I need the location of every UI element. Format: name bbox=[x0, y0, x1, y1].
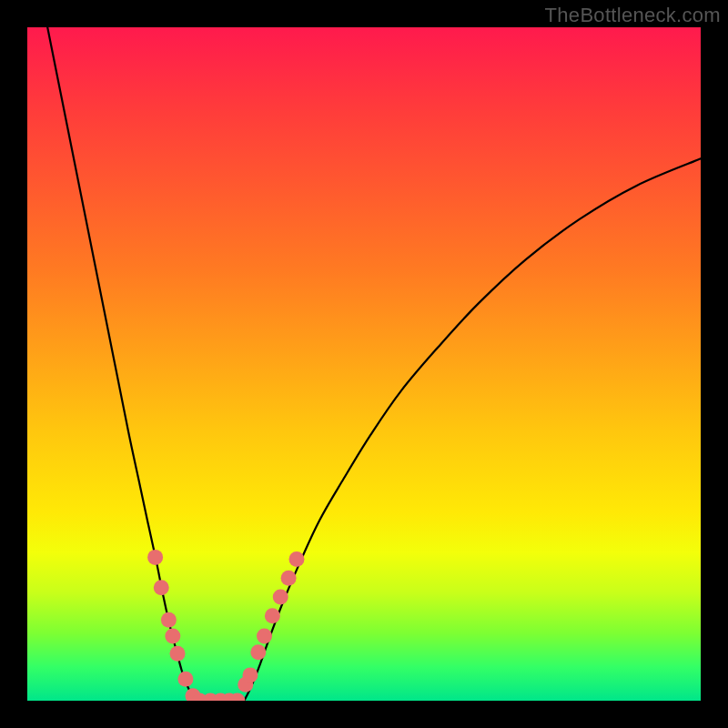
highlight-dot bbox=[250, 644, 266, 660]
chart-container: TheBottleneck.com bbox=[0, 0, 728, 728]
highlight-dot bbox=[289, 551, 305, 567]
highlight-dot bbox=[165, 628, 180, 643]
highlight-dot bbox=[242, 667, 258, 682]
highlight-dot bbox=[273, 590, 288, 605]
highlight-dot bbox=[154, 580, 169, 595]
highlight-dot bbox=[257, 628, 272, 643]
highlight-dot bbox=[170, 646, 186, 662]
highlight-dot bbox=[281, 571, 297, 586]
watermark-text: TheBottleneck.com bbox=[545, 4, 721, 27]
highlight-dot bbox=[161, 612, 177, 628]
curve-left-branch bbox=[47, 27, 197, 701]
highlight-dot bbox=[147, 550, 163, 565]
highlight-dot bbox=[177, 672, 193, 687]
highlight-dots bbox=[147, 550, 304, 701]
highlight-dot bbox=[265, 608, 280, 623]
curve-right-branch bbox=[244, 158, 701, 701]
curve-svg bbox=[27, 27, 701, 701]
plot-area bbox=[27, 27, 701, 701]
